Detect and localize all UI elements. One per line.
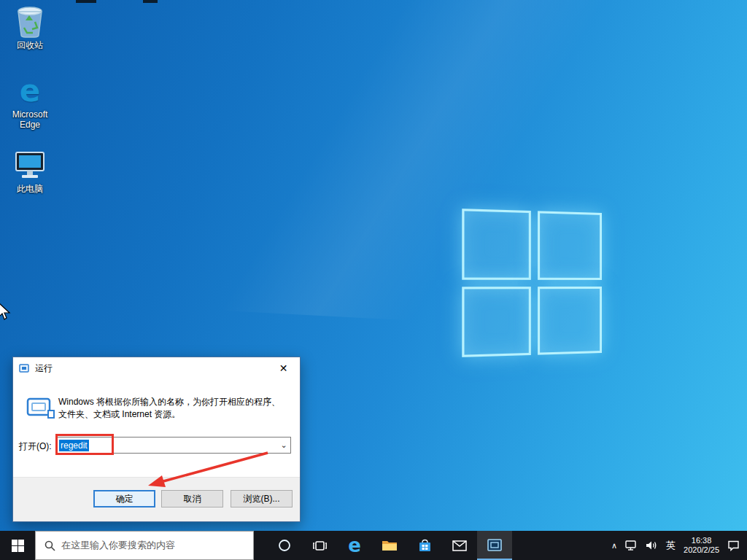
task-view-button[interactable] <box>302 531 337 560</box>
this-pc-icon <box>13 149 47 182</box>
desktop-icon-label: Microsoft Edge <box>1 109 58 130</box>
desktop-icon-microsoft-edge[interactable]: e Microsoft Edge <box>1 75 58 130</box>
edge-icon: e <box>348 536 361 555</box>
windows-logo-pane <box>538 287 602 355</box>
browse-button[interactable]: 浏览(B)... <box>231 490 293 508</box>
run-dialog: 运行 ✕ Windows 将根据你所输入的名称，为你打开相应的程序、 文件夹、文… <box>12 357 301 522</box>
taskbar-clock[interactable]: 16:38 2020/2/25 <box>684 536 719 555</box>
run-command-combobox[interactable]: regedit ⌄ <box>57 437 291 454</box>
desktop-icon-this-pc[interactable]: 此电脑 <box>1 149 58 194</box>
windows-logo-pane <box>462 209 530 279</box>
close-icon[interactable]: ✕ <box>267 357 300 378</box>
mail-icon <box>452 540 467 551</box>
recycle-bin-icon <box>13 6 47 38</box>
run-dialog-titlebar[interactable]: 运行 ✕ <box>13 357 300 379</box>
windows-logo-pane <box>462 287 530 357</box>
action-center-icon[interactable] <box>727 540 740 551</box>
file-explorer-button[interactable] <box>372 531 407 560</box>
start-button[interactable] <box>0 531 35 560</box>
desktop: 回收站 e Microsoft Edge 此电脑 运行 ✕ <box>0 0 747 560</box>
taskbar: 在这里输入你要搜索的内容 e <box>0 531 747 560</box>
tray-expand-icon[interactable]: ∧ <box>611 541 617 551</box>
run-dialog-title-icon <box>19 362 31 374</box>
ok-button[interactable]: 确定 <box>93 490 155 508</box>
run-dialog-footer: 确定 取消 浏览(B)... <box>13 477 300 521</box>
microsoft-store-button[interactable] <box>407 531 442 560</box>
chevron-down-icon[interactable]: ⌄ <box>277 440 290 450</box>
input-language-indicator[interactable]: 英 <box>666 539 676 552</box>
microsoft-edge-icon: e <box>13 75 47 107</box>
mail-button[interactable] <box>442 531 477 560</box>
wallpaper-light-beam <box>0 0 747 347</box>
desktop-icon-label: 此电脑 <box>17 184 43 194</box>
taskbar-run-window-button[interactable] <box>477 531 512 560</box>
clock-time: 16:38 <box>684 536 719 545</box>
system-tray: ∧ 英 16:38 2020/2/25 <box>611 531 747 560</box>
taskbar-edge-button[interactable]: e <box>337 531 372 560</box>
windows-logo-pane <box>538 211 602 279</box>
windows-logo <box>462 209 602 357</box>
run-dialog-description: Windows 将根据你所输入的名称，为你打开相应的程序、 文件夹、文档或 In… <box>58 396 288 421</box>
file-explorer-icon <box>382 539 398 552</box>
taskbar-search-input[interactable]: 在这里输入你要搜索的内容 <box>35 531 254 560</box>
run-icon <box>26 397 55 423</box>
screen-artifact <box>76 0 96 3</box>
search-icon <box>44 540 55 551</box>
desktop-icon-label: 回收站 <box>17 40 43 50</box>
start-icon <box>12 540 24 552</box>
volume-icon[interactable] <box>646 540 658 551</box>
cortana-icon <box>278 539 291 552</box>
network-icon[interactable] <box>625 540 638 551</box>
cortana-button[interactable] <box>267 531 302 560</box>
run-window-icon <box>487 539 502 551</box>
cancel-button[interactable]: 取消 <box>161 490 223 508</box>
open-label: 打开(O): <box>19 440 52 453</box>
task-view-icon <box>313 540 327 552</box>
run-dialog-title: 运行 <box>35 362 53 375</box>
desktop-icon-recycle-bin[interactable]: 回收站 <box>1 6 58 50</box>
microsoft-store-icon <box>418 539 432 553</box>
run-command-input-value[interactable]: regedit <box>59 440 89 451</box>
screen-artifact <box>143 0 158 3</box>
clock-date: 2020/2/25 <box>684 545 719 555</box>
search-placeholder: 在这里输入你要搜索的内容 <box>61 539 175 552</box>
